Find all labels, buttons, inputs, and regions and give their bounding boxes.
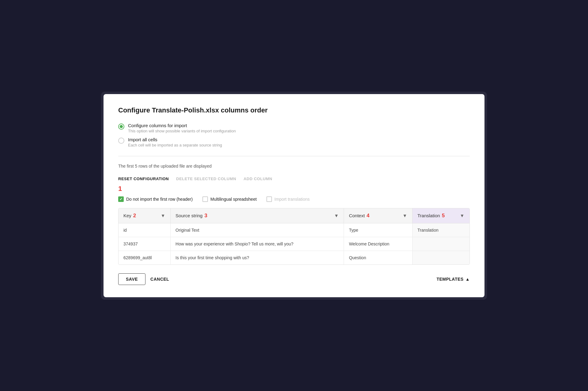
col-header-source[interactable]: Source string 3 ▼ — [171, 208, 344, 223]
table-row: id Original Text Type Translation — [119, 223, 469, 237]
footer: SAVE CANCEL TEMPLATES ▲ — [118, 273, 470, 285]
table-header-row: Key 2 ▼ Source string 3 — [119, 208, 469, 223]
multilingual-checkbox-item[interactable]: Multilingual spreadsheet — [202, 196, 257, 202]
first-row-checkbox[interactable] — [118, 196, 124, 202]
cell-id-1: 374937 — [119, 237, 171, 251]
cell-source-1: How was your experience with Shopio? Tel… — [171, 237, 344, 251]
col-translation-chevron[interactable]: ▼ — [460, 213, 465, 218]
cancel-button[interactable]: CANCEL — [150, 274, 169, 285]
table-row: 374937 How was your experience with Shop… — [119, 237, 469, 251]
section-divider — [118, 156, 470, 156]
templates-label: TEMPLATES — [436, 277, 463, 282]
footer-left: SAVE CANCEL — [118, 273, 169, 285]
save-button[interactable]: SAVE — [118, 273, 145, 285]
dialog: Configure Translate-Polish.xlsx columns … — [104, 94, 484, 297]
table-row: 6289699_aut8l Is this your first time sh… — [119, 251, 469, 264]
col-key-label: Key — [123, 213, 131, 218]
import-translations-checkbox-item[interactable]: Import translations — [266, 196, 310, 202]
radio-button-2[interactable] — [118, 138, 124, 144]
multilingual-checkbox[interactable] — [202, 196, 208, 202]
delete-selected-column-button[interactable]: DELETE SELECTED COLUMN — [176, 175, 236, 183]
radio-label-1-sub: This option will show possible variants … — [128, 129, 236, 133]
first-row-label: Do not import the first row (header) — [126, 197, 193, 202]
radio-button-1[interactable] — [118, 123, 124, 130]
cell-type-header: Type — [344, 223, 413, 237]
templates-chevron-icon: ▲ — [466, 277, 470, 282]
multilingual-label: Multilingual spreadsheet — [210, 197, 257, 202]
reset-configuration-button[interactable]: RESET CONFIGURATION — [118, 175, 169, 183]
dialog-wrapper: Configure Translate-Polish.xlsx columns … — [101, 92, 487, 300]
col-key-number: 2 — [133, 213, 136, 219]
info-text: The first 5 rows of the uploaded file ar… — [118, 164, 470, 169]
col-key-chevron[interactable]: ▼ — [160, 213, 165, 218]
radio-option-1[interactable]: Configure columns for import This option… — [118, 123, 470, 133]
col-header-context[interactable]: Context 4 ▼ — [344, 208, 413, 223]
col-context-number: 4 — [367, 213, 369, 219]
add-column-button[interactable]: ADD COLUMN — [243, 175, 272, 183]
import-translations-checkbox[interactable] — [266, 196, 272, 202]
cell-translation-1 — [412, 237, 469, 251]
cell-translation-header: Translation — [412, 223, 469, 237]
first-row-checkbox-item[interactable]: Do not import the first row (header) — [118, 196, 193, 202]
col-source-chevron[interactable]: ▼ — [334, 213, 339, 218]
templates-button[interactable]: TEMPLATES ▲ — [436, 277, 470, 282]
radio-option-2[interactable]: Import all cells Each cell will be impor… — [118, 137, 470, 147]
row-number: 1 — [118, 185, 470, 193]
toolbar: RESET CONFIGURATION DELETE SELECTED COLU… — [118, 175, 470, 183]
cell-translation-2 — [412, 251, 469, 264]
col-source-label: Source string — [175, 213, 202, 218]
cell-id-2: 6289699_aut8l — [119, 251, 171, 264]
col-header-translation[interactable]: Translation 5 ▼ — [412, 208, 469, 223]
cell-id-header: id — [119, 223, 171, 237]
dialog-title: Configure Translate-Polish.xlsx columns … — [118, 106, 470, 114]
col-source-number: 3 — [204, 213, 207, 219]
cell-context-1: Welcome Description — [344, 237, 413, 251]
cell-original-text-header: Original Text — [171, 223, 344, 237]
radio-group: Configure columns for import This option… — [118, 123, 470, 147]
radio-label-2-main: Import all cells — [128, 137, 222, 142]
col-header-key[interactable]: Key 2 ▼ — [119, 208, 171, 223]
cell-source-2: Is this your first time shopping with us… — [171, 251, 344, 264]
cell-context-2: Question — [344, 251, 413, 264]
columns-table: Key 2 ▼ Source string 3 — [119, 208, 469, 264]
col-translation-label: Translation — [417, 213, 440, 218]
import-translations-label: Import translations — [274, 197, 310, 202]
col-context-label: Context — [349, 213, 365, 218]
table-container: Key 2 ▼ Source string 3 — [118, 208, 470, 265]
col-translation-number: 5 — [442, 213, 445, 219]
radio-label-2-sub: Each cell will be imported as a separate… — [128, 143, 222, 147]
checkboxes-row: Do not import the first row (header) Mul… — [118, 196, 470, 202]
radio-label-1-main: Configure columns for import — [128, 123, 236, 128]
col-context-chevron[interactable]: ▼ — [402, 213, 407, 218]
